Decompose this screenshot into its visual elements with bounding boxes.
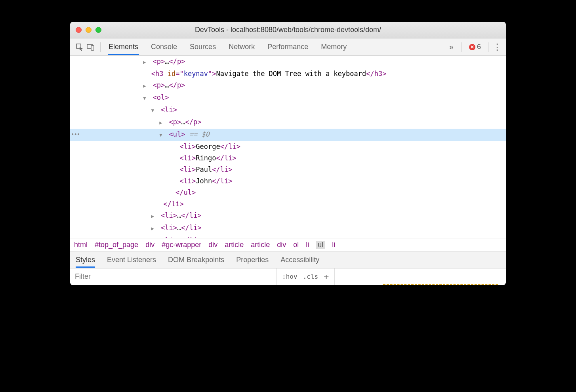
tab-elements[interactable]: Elements xyxy=(108,39,139,55)
tab-console[interactable]: Console xyxy=(150,39,178,55)
add-rule-button[interactable]: + xyxy=(324,272,329,282)
styles-filter-bar: :hov .cls + xyxy=(70,268,506,285)
zoom-icon[interactable] xyxy=(95,27,101,33)
breadcrumb-item-selected[interactable]: ul xyxy=(316,241,325,249)
collapse-arrow-icon[interactable]: ▼ xyxy=(159,129,165,141)
devtools-window: DevTools - localhost:8080/web/tools/chro… xyxy=(70,22,506,285)
svg-rect-2 xyxy=(91,46,94,50)
panel-tabs: Elements Console Sources Network Perform… xyxy=(108,39,445,55)
expand-arrow-icon[interactable]: ▶ xyxy=(151,223,157,234)
subtab-accessibility[interactable]: Accessibility xyxy=(280,252,319,268)
tab-memory[interactable]: Memory xyxy=(320,39,347,55)
subtab-dom-breakpoints[interactable]: DOM Breakpoints xyxy=(168,252,224,268)
separator xyxy=(100,42,101,52)
expand-arrow-icon[interactable]: ▶ xyxy=(151,211,157,222)
gutter-dots-icon[interactable]: ••• xyxy=(71,129,80,140)
breadcrumb: html #top_of_page div #gc-wrapper div ar… xyxy=(70,238,506,252)
box-model-preview xyxy=(334,268,506,285)
error-badge[interactable]: ✕ 6 xyxy=(466,43,484,51)
breadcrumb-item[interactable]: div xyxy=(145,241,154,249)
dom-node[interactable]: ▶ <p>…</p> xyxy=(70,80,506,92)
margin-box-icon xyxy=(383,284,498,285)
window-title: DevTools - localhost:8080/web/tools/chro… xyxy=(70,26,506,34)
breadcrumb-item[interactable]: html xyxy=(74,241,88,249)
breadcrumb-item[interactable]: li xyxy=(306,241,309,249)
dom-node[interactable]: ▶ <li>…</li> xyxy=(70,234,506,238)
dom-node[interactable]: ▼ <ol> xyxy=(70,92,506,104)
breadcrumb-item[interactable]: #top_of_page xyxy=(95,241,138,249)
dom-node[interactable]: <li>Ringo</li> xyxy=(70,152,506,164)
dom-node[interactable]: </ul> xyxy=(70,187,506,198)
separator xyxy=(488,42,488,52)
settings-menu-icon[interactable]: ⋮ xyxy=(492,42,502,52)
expand-arrow-icon[interactable]: ▶ xyxy=(143,80,149,92)
dom-node[interactable]: ▶ <p>…</p> xyxy=(70,116,506,129)
breadcrumb-item[interactable]: article xyxy=(225,241,244,249)
filter-input[interactable] xyxy=(70,268,276,285)
error-count: 6 xyxy=(477,43,481,51)
breadcrumb-item[interactable]: #gc-wrapper xyxy=(162,241,201,249)
tab-performance[interactable]: Performance xyxy=(267,39,309,55)
dom-node[interactable]: ▶ <li>…</li> xyxy=(70,222,506,234)
dom-node[interactable]: <li>Paul</li> xyxy=(70,164,506,175)
dom-node[interactable]: <li>John</li> xyxy=(70,175,506,187)
breadcrumb-item[interactable]: ol xyxy=(293,241,299,249)
styles-tools: :hov .cls + xyxy=(276,268,334,285)
subtab-properties[interactable]: Properties xyxy=(236,252,269,268)
dom-node[interactable]: <li>George</li> xyxy=(70,141,506,152)
error-icon: ✕ xyxy=(469,44,475,50)
expand-arrow-icon[interactable]: ▶ xyxy=(143,57,149,68)
cls-toggle[interactable]: .cls xyxy=(303,273,319,280)
expand-arrow-icon[interactable]: ▶ xyxy=(151,235,157,238)
traffic-lights xyxy=(76,27,101,33)
device-toggle-icon[interactable] xyxy=(85,42,96,53)
dom-node[interactable]: ▼ <li> xyxy=(70,104,506,116)
tab-sources[interactable]: Sources xyxy=(189,39,217,55)
titlebar: DevTools - localhost:8080/web/tools/chro… xyxy=(70,22,506,38)
tab-network[interactable]: Network xyxy=(228,39,256,55)
dom-node[interactable]: ▶ <p>…</p> xyxy=(70,56,506,68)
main-toolbar: Elements Console Sources Network Perform… xyxy=(70,38,506,56)
collapse-arrow-icon[interactable]: ▼ xyxy=(151,105,157,116)
dom-node-selected[interactable]: ••• ▼ <ul> == $0 xyxy=(70,129,506,141)
separator xyxy=(462,42,462,52)
dom-node[interactable]: </li> xyxy=(70,198,506,210)
more-tabs-icon[interactable]: » xyxy=(445,42,458,51)
inspect-icon[interactable] xyxy=(74,42,85,53)
close-icon[interactable] xyxy=(76,27,82,33)
styles-pane-tabs: Styles Event Listeners DOM Breakpoints P… xyxy=(70,252,506,268)
breadcrumb-item[interactable]: div xyxy=(277,241,286,249)
dom-node[interactable]: ▶ <li>…</li> xyxy=(70,210,506,222)
subtab-event-listeners[interactable]: Event Listeners xyxy=(107,252,156,268)
minimize-icon[interactable] xyxy=(86,27,92,33)
collapse-arrow-icon[interactable]: ▼ xyxy=(143,93,149,104)
hov-toggle[interactable]: :hov xyxy=(282,273,298,280)
breadcrumb-item[interactable]: li xyxy=(332,241,335,249)
breadcrumb-item[interactable]: div xyxy=(208,241,217,249)
breadcrumb-item[interactable]: article xyxy=(251,241,270,249)
subtab-styles[interactable]: Styles xyxy=(76,252,95,268)
expand-arrow-icon[interactable]: ▶ xyxy=(159,117,165,129)
dom-tree[interactable]: ▶ <p>…</p> <h3 id="keynav">Navigate the … xyxy=(70,56,506,238)
dom-node[interactable]: <h3 id="keynav">Navigate the DOM Tree wi… xyxy=(70,68,506,80)
